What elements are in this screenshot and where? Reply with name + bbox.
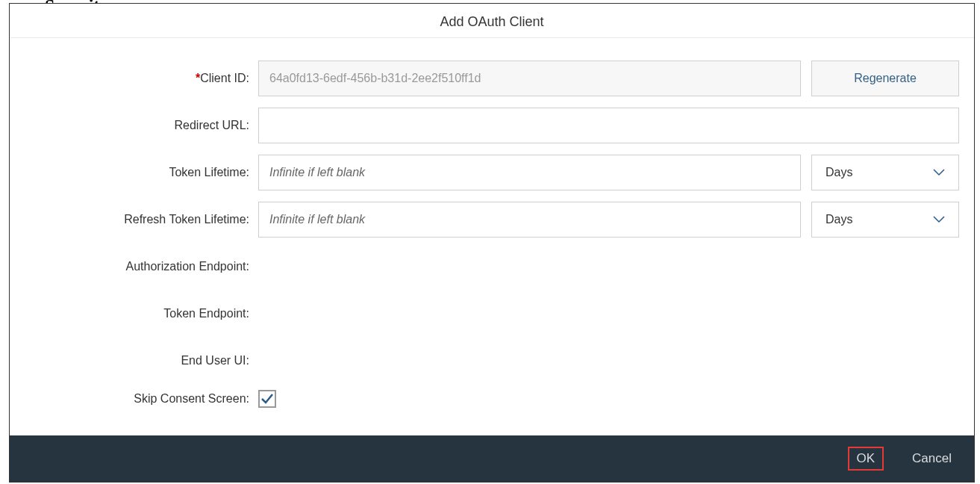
row-skip-consent: Skip Consent Screen: [25,390,959,408]
client-id-field[interactable] [258,60,801,96]
token-lifetime-unit-select[interactable]: Days [811,155,959,190]
label-authorization-endpoint: Authorization Endpoint: [25,260,258,273]
label-skip-consent: Skip Consent Screen: [25,392,258,406]
dialog-footer: OK Cancel [10,435,974,482]
label-refresh-token-lifetime: Refresh Token Lifetime: [25,213,258,226]
dialog-body: *Client ID: Regenerate Redirect URL: Tok… [10,38,974,435]
row-redirect-url: Redirect URL: [25,108,959,143]
chevron-down-icon [933,169,945,176]
checkmark-icon [260,392,274,406]
row-refresh-token-lifetime: Refresh Token Lifetime: Days [25,202,959,238]
refresh-token-lifetime-unit-label: Days [825,213,852,226]
label-end-user-ui: End User UI: [25,354,258,367]
dialog-header: Add OAuth Client [10,4,974,38]
refresh-token-lifetime-unit-select[interactable]: Days [811,202,959,238]
refresh-token-lifetime-field[interactable] [258,202,801,238]
label-client-id: *Client ID: [25,72,258,85]
regenerate-button[interactable]: Regenerate [811,60,959,96]
dialog-title: Add OAuth Client [10,14,974,30]
row-client-id: *Client ID: Regenerate [25,60,959,96]
chevron-down-icon [933,216,945,223]
token-lifetime-field[interactable] [258,155,801,190]
label-token-lifetime: Token Lifetime: [25,166,258,179]
token-lifetime-unit-label: Days [825,166,852,179]
row-token-lifetime: Token Lifetime: Days [25,155,959,190]
label-redirect-url: Redirect URL: [25,119,258,132]
ok-button[interactable]: OK [848,447,884,471]
row-authorization-endpoint: Authorization Endpoint: [25,249,959,285]
label-token-endpoint: Token Endpoint: [25,307,258,320]
row-end-user-ui: End User UI: [25,343,959,379]
cancel-button[interactable]: Cancel [905,447,959,471]
skip-consent-checkbox[interactable] [258,390,276,408]
redirect-url-field[interactable] [258,108,959,143]
add-oauth-client-dialog: Add OAuth Client *Client ID: Regenerate … [9,3,975,483]
row-token-endpoint: Token Endpoint: [25,296,959,332]
